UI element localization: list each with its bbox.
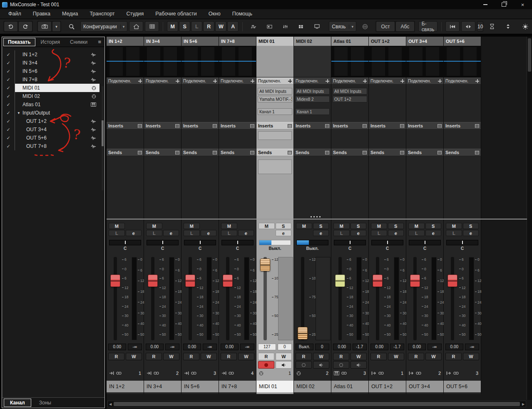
- check-icon[interactable]: ✓: [2, 52, 15, 57]
- link-icon[interactable]: [358, 21, 372, 32]
- listen-button[interactable]: L: [146, 230, 162, 236]
- pan-control[interactable]: Выкл.: [256, 239, 293, 253]
- check-icon[interactable]: ✓: [2, 77, 15, 82]
- fader-value[interactable]: 0.00: [183, 344, 201, 350]
- vertical-scrollbar[interactable]: [527, 37, 532, 400]
- routing-slot[interactable]: Канал 1: [295, 108, 330, 115]
- redo-button[interactable]: [18, 21, 32, 32]
- hourglass-icon[interactable]: [485, 21, 499, 32]
- undo-button[interactable]: [4, 21, 18, 32]
- inserts-bar[interactable]: Inserts: [331, 122, 368, 130]
- sends-bar[interactable]: Sends: [181, 149, 219, 156]
- meter-peak-icon[interactable]: [246, 21, 261, 32]
- volume-fader[interactable]: [222, 257, 233, 340]
- channel-visibility-button[interactable]: [129, 21, 143, 32]
- bars-value-field[interactable]: 10: [477, 21, 483, 32]
- routing-slot[interactable]: Канал 1: [258, 108, 292, 115]
- read-automation-button[interactable]: R: [146, 353, 162, 360]
- volume-fader[interactable]: [410, 257, 420, 340]
- inserts-bar[interactable]: Inserts: [144, 122, 181, 130]
- inserts-bar[interactable]: Inserts: [294, 122, 331, 130]
- check-icon[interactable]: ✓: [2, 102, 15, 107]
- peak-value[interactable]: -1.7: [390, 344, 404, 350]
- mute-button[interactable]: M: [446, 223, 462, 229]
- sends-bar[interactable]: Sends: [444, 149, 481, 156]
- inserts-bar[interactable]: Inserts: [256, 122, 293, 130]
- routing-slot[interactable]: OUT 1+2: [333, 96, 367, 102]
- channel-list-item[interactable]: ✓IN 3+4: [2, 59, 104, 67]
- strip-header[interactable]: MIDI 02: [294, 37, 331, 46]
- routing-bar[interactable]: Подключен.: [219, 77, 256, 85]
- strip-header[interactable]: IN 5+6: [181, 37, 219, 46]
- pan-control[interactable]: C: [219, 239, 256, 253]
- sends-bar[interactable]: Sends: [144, 149, 181, 156]
- inserts-bar[interactable]: Inserts: [107, 122, 144, 130]
- channel-name[interactable]: IN 3+4: [144, 381, 181, 392]
- configurations-dropdown[interactable]: Конфигурации ▾: [80, 21, 127, 32]
- mute-button[interactable]: M: [109, 223, 125, 229]
- fader-value[interactable]: 0.00: [370, 344, 388, 350]
- routing-bar[interactable]: Подключен.: [144, 77, 181, 85]
- channel-list-item[interactable]: ✓IN 1+2: [2, 50, 104, 59]
- panel-menu-icon[interactable]: ≡: [98, 39, 101, 45]
- solo-button[interactable]: S: [388, 223, 404, 229]
- read-automation-button[interactable]: R: [445, 353, 462, 360]
- scrollbar-thumb[interactable]: [114, 402, 520, 406]
- sends-bar[interactable]: Sends: [406, 149, 443, 156]
- snapshot-dropdown-arrow[interactable]: ▾: [52, 21, 61, 32]
- channel-name[interactable]: OUT 1+2: [369, 381, 406, 392]
- peak-value[interactable]: -∞: [465, 344, 479, 350]
- edit-button[interactable]: e: [126, 230, 142, 236]
- write-automation-button[interactable]: W: [463, 353, 479, 360]
- channel-strip-icon[interactable]: [278, 21, 292, 32]
- channel-list-item[interactable]: ✓IN 5+6: [2, 67, 104, 75]
- routing-slot[interactable]: Yamaha MOTIF.-1: [258, 96, 292, 102]
- channel-list-item[interactable]: ✓IN 7+8: [2, 75, 104, 84]
- menu-item[interactable]: Медиа: [56, 9, 84, 19]
- fader-value[interactable]: 0.00: [445, 344, 463, 350]
- relative-mode-button[interactable]: Ост: [376, 21, 395, 32]
- mute-button[interactable]: M: [296, 223, 312, 229]
- routing-slot[interactable]: All MIDI Inputs: [295, 88, 330, 95]
- peak-value[interactable]: 0: [278, 344, 292, 350]
- edit-button[interactable]: e: [313, 230, 329, 236]
- routing-bar[interactable]: Подключен.: [444, 77, 481, 85]
- pan-control[interactable]: C: [444, 239, 481, 253]
- expander-icon[interactable]: ▼: [17, 111, 20, 115]
- sends-bar[interactable]: Sends: [369, 149, 406, 156]
- record-enable-button[interactable]: [258, 361, 274, 369]
- strip-header[interactable]: MIDI 01: [256, 37, 293, 46]
- send-slot[interactable]: [258, 160, 292, 174]
- routing-slot[interactable]: Midex8 2: [295, 96, 330, 102]
- pan-control[interactable]: C: [144, 239, 181, 253]
- tab-канал[interactable]: Канал: [4, 399, 31, 407]
- volume-fader[interactable]: [297, 257, 308, 340]
- write-automation-button[interactable]: W: [276, 353, 292, 360]
- channel-name[interactable]: IN 7+8: [219, 381, 256, 392]
- horizontal-scrollbar[interactable]: ◀ ▶: [107, 401, 526, 407]
- racks-divider-handle[interactable]: [107, 219, 527, 219]
- global-a-button[interactable]: A: [227, 21, 239, 32]
- channel-list-item[interactable]: ✓OUT 1+2: [2, 117, 104, 125]
- channel-list-item[interactable]: ✓OUT 5+6: [2, 134, 104, 142]
- edit-button[interactable]: e: [276, 230, 292, 236]
- read-automation-button[interactable]: R: [370, 353, 387, 360]
- listen-button[interactable]: L: [446, 230, 462, 236]
- sends-bar[interactable]: Sends: [256, 149, 293, 156]
- fader-value[interactable]: 127: [258, 344, 276, 350]
- bank-link-button[interactable]: Б-связь: [418, 21, 438, 32]
- channel-list-item[interactable]: ✓▼Input/Output: [2, 109, 104, 117]
- write-automation-button[interactable]: W: [351, 353, 367, 360]
- sends-bar[interactable]: Sends: [331, 149, 368, 156]
- fader-value[interactable]: 0.00: [333, 344, 351, 350]
- inserts-bar[interactable]: Inserts: [444, 122, 481, 130]
- menu-item[interactable]: Рабочие области: [149, 9, 202, 19]
- mute-button[interactable]: M: [184, 223, 200, 229]
- mute-button[interactable]: M: [408, 223, 425, 229]
- solo-button[interactable]: S: [351, 223, 367, 229]
- edit-button[interactable]: e: [201, 230, 217, 236]
- solo-button[interactable]: S: [276, 223, 292, 229]
- strip-header[interactable]: Atlas 01: [331, 37, 368, 46]
- channel-name[interactable]: MIDI 01: [256, 381, 293, 392]
- inserts-bar[interactable]: Inserts: [219, 122, 256, 130]
